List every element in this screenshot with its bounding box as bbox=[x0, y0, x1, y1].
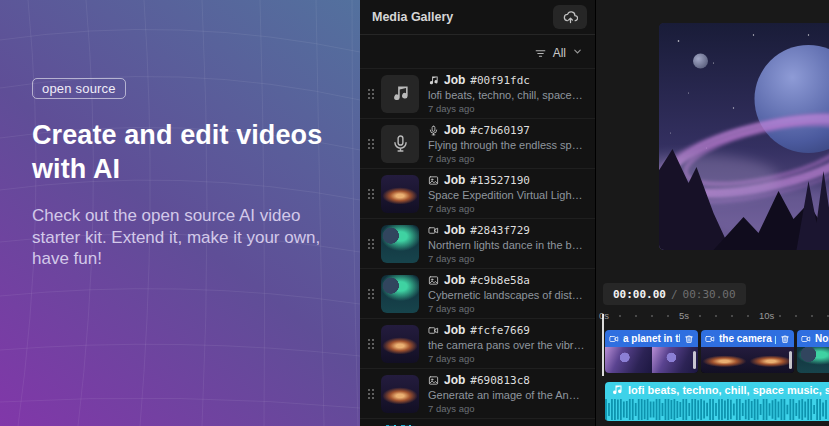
drag-handle-icon[interactable] bbox=[366, 389, 376, 399]
job-list-item[interactable]: Job#13527190Space Expedition Virtual Lig… bbox=[360, 168, 595, 218]
job-title-label: Job bbox=[444, 123, 465, 137]
drag-handle-icon[interactable] bbox=[366, 339, 376, 349]
job-timestamp: 7 days ago bbox=[428, 303, 585, 314]
drag-handle-icon[interactable] bbox=[366, 289, 376, 299]
job-thumbnail bbox=[381, 325, 419, 363]
job-timestamp: 7 days ago bbox=[428, 403, 585, 414]
job-list-item[interactable]: Job#28a4de2a bbox=[360, 418, 595, 426]
job-timestamp: 7 days ago bbox=[428, 253, 585, 264]
music-note-icon bbox=[391, 84, 410, 103]
job-list-item[interactable]: Job#690813c8Generate an image of the And… bbox=[360, 368, 595, 418]
video-camera-icon bbox=[428, 225, 439, 236]
timecode-separator: / bbox=[671, 288, 678, 301]
job-list-item[interactable]: Job#c9b8e58aCybernetic landscapes of dis… bbox=[360, 268, 595, 318]
ruler-tick bbox=[619, 315, 621, 317]
ruler-tick bbox=[811, 315, 813, 317]
job-title-label: Job bbox=[444, 73, 465, 87]
job-id: #c7b60197 bbox=[470, 124, 530, 137]
clip-filmstrip bbox=[701, 347, 794, 373]
job-description: Northern lights dance in the backgroun… bbox=[428, 239, 585, 251]
job-timestamp: 7 days ago bbox=[428, 103, 585, 114]
image-icon bbox=[428, 275, 439, 286]
playhead[interactable] bbox=[602, 314, 604, 376]
video-clip[interactable]: the camera pans bbox=[701, 330, 794, 373]
gallery-header: Media Gallery bbox=[360, 0, 595, 35]
drag-handle-icon[interactable] bbox=[366, 89, 376, 99]
drag-handle-icon[interactable] bbox=[366, 139, 376, 149]
job-description: Flying through the endless space, falli… bbox=[428, 139, 585, 151]
video-track: a planet in the dthe camera pansNorthern… bbox=[605, 330, 829, 373]
gallery-title: Media Gallery bbox=[372, 10, 453, 24]
video-preview[interactable] bbox=[659, 23, 829, 250]
media-gallery-panel: Media Gallery All Job#00f91fdclofi beats… bbox=[360, 0, 595, 426]
job-list-item[interactable]: Job#00f91fdclofi beats, techno, chill, s… bbox=[360, 68, 595, 118]
job-id: #2843f729 bbox=[470, 224, 530, 237]
job-description: the camera pans over the vibrant and… bbox=[428, 339, 585, 351]
job-description: lofi beats, techno, chill, space music,… bbox=[428, 89, 585, 101]
job-title-label: Job bbox=[444, 323, 465, 337]
clip-filmstrip bbox=[797, 347, 829, 373]
job-description: Space Expedition Virtual Light Field… bbox=[428, 189, 585, 201]
open-source-badge: open source bbox=[32, 78, 126, 99]
job-list-item[interactable]: Job#fcfe7669the camera pans over the vib… bbox=[360, 318, 595, 368]
ruler-tick-label: 5s bbox=[679, 310, 689, 321]
job-thumbnail bbox=[381, 75, 419, 113]
job-description: Cybernetic landscapes of distant world… bbox=[428, 289, 585, 301]
job-timestamp: 7 days ago bbox=[428, 203, 585, 214]
drag-handle-icon[interactable] bbox=[366, 239, 376, 249]
video-clip[interactable]: Northern lights bbox=[797, 330, 829, 373]
clip-label: a planet in the d bbox=[623, 333, 680, 344]
microphone-icon bbox=[428, 125, 439, 136]
cloud-upload-icon bbox=[563, 10, 578, 25]
planet-preview-frame bbox=[659, 23, 829, 250]
job-list: Job#00f91fdclofi beats, techno, chill, s… bbox=[360, 68, 595, 426]
clip-resize-handle[interactable] bbox=[693, 351, 696, 369]
app-root: open source Create and edit videos with … bbox=[0, 0, 829, 426]
trash-icon[interactable] bbox=[684, 334, 694, 344]
hero-title: Create and edit videos with AI bbox=[32, 118, 332, 186]
video-clip[interactable]: a planet in the d bbox=[605, 330, 698, 373]
job-title-label: Job bbox=[444, 373, 465, 387]
job-id: #00f91fdc bbox=[470, 74, 530, 87]
microphone-icon bbox=[391, 134, 410, 153]
video-camera-icon bbox=[705, 334, 715, 344]
ruler-tick-label: 10s bbox=[759, 310, 774, 321]
chevron-down-icon bbox=[572, 46, 583, 60]
clip-header: a planet in the d bbox=[605, 330, 698, 347]
filter-icon bbox=[534, 47, 547, 60]
audio-clip-label: lofi beats, techno, chill, space music, … bbox=[628, 384, 829, 396]
timecode-display: 00:00.00 / 00:30.00 bbox=[603, 283, 746, 305]
hero-section: open source Create and edit videos with … bbox=[0, 0, 360, 426]
job-timestamp: 7 days ago bbox=[428, 153, 585, 164]
job-id: #13527190 bbox=[470, 174, 530, 187]
job-title-label: Job bbox=[444, 223, 465, 237]
job-list-item[interactable]: Job#c7b60197Flying through the endless s… bbox=[360, 118, 595, 168]
trash-icon[interactable] bbox=[780, 334, 790, 344]
job-title-label: Job bbox=[444, 273, 465, 287]
upload-button[interactable] bbox=[553, 5, 587, 29]
ruler-tick bbox=[747, 315, 749, 317]
audio-clip[interactable]: lofi beats, techno, chill, space music, … bbox=[605, 382, 829, 421]
clip-header: Northern lights bbox=[797, 330, 829, 347]
video-camera-icon bbox=[428, 325, 439, 336]
job-thumbnail bbox=[381, 225, 419, 263]
ruler-tick-label: 0s bbox=[599, 310, 609, 321]
ruler-tick bbox=[651, 315, 653, 317]
music-note-icon bbox=[611, 384, 623, 396]
clip-resize-handle[interactable] bbox=[789, 351, 792, 369]
filter-row[interactable]: All bbox=[360, 38, 595, 68]
video-camera-icon bbox=[801, 334, 811, 344]
image-icon bbox=[428, 375, 439, 386]
editor-panel: 00:00.00 / 00:30.00 0s5s10s a planet in … bbox=[595, 0, 829, 426]
ruler-tick bbox=[795, 315, 797, 317]
job-id: #fcfe7669 bbox=[470, 324, 530, 337]
job-title-label: Job bbox=[444, 173, 465, 187]
job-list-item[interactable]: Job#2843f729Northern lights dance in the… bbox=[360, 218, 595, 268]
job-thumbnail bbox=[381, 375, 419, 413]
job-timestamp: 7 days ago bbox=[428, 353, 585, 364]
video-camera-icon bbox=[609, 334, 619, 344]
drag-handle-icon[interactable] bbox=[366, 189, 376, 199]
timeline-ruler[interactable]: 0s5s10s bbox=[599, 310, 829, 325]
ruler-tick bbox=[635, 315, 637, 317]
job-id: #c9b8e58a bbox=[470, 274, 530, 287]
